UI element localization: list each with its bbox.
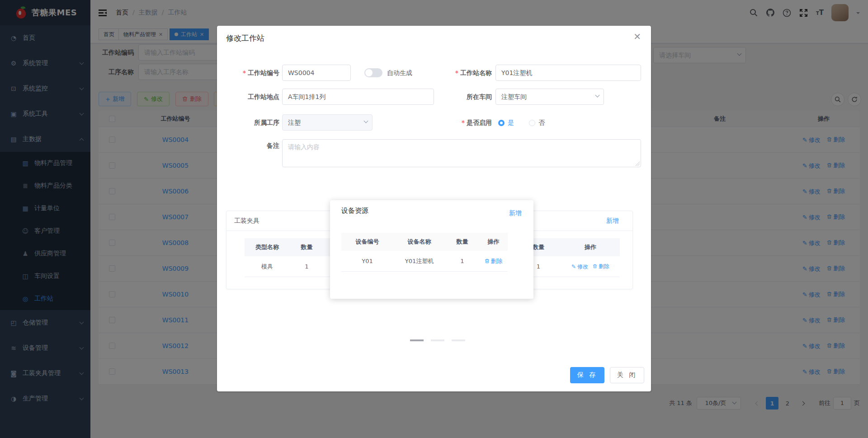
enabled-label: 是否启用	[411, 114, 492, 131]
right-card-delete-link[interactable]: 删除	[593, 263, 609, 270]
col-operation: 操作	[561, 243, 620, 251]
remark-textarea[interactable]: 请输入内容	[282, 139, 641, 167]
fixture-card-title: 工装夹具	[234, 217, 259, 225]
code-input[interactable]: WS0004	[282, 65, 351, 81]
chevron-down-icon	[364, 119, 368, 123]
process-select[interactable]: 注塑	[282, 114, 373, 131]
device-resource-popup: 设备资源 新增 设备编号 设备名称 数量 操作 Y01 Y01注塑机 1 删除	[330, 200, 533, 299]
chevron-down-icon	[595, 93, 600, 98]
trash-icon	[485, 259, 490, 264]
fixture-qty: 1	[290, 263, 324, 270]
location-label: 工作站地点	[217, 89, 279, 105]
col-device-code: 设备编号	[341, 238, 393, 246]
resize-handle[interactable]	[635, 161, 640, 166]
close-button[interactable]: 关 闭	[610, 367, 644, 383]
carousel-indicators	[410, 339, 465, 341]
enabled-yes-radio[interactable]: 是	[498, 119, 514, 127]
auto-generate-label: 自动生成	[387, 68, 412, 77]
code-label: 工作站编号	[217, 65, 279, 81]
device-delete-link[interactable]: 删除	[485, 257, 503, 265]
pencil-icon: ✎	[571, 264, 576, 270]
carousel-dash-3[interactable]	[452, 339, 465, 341]
name-input[interactable]: Y01注塑机	[495, 65, 641, 81]
device-code: Y01	[341, 258, 393, 264]
device-add-link[interactable]: 新增	[509, 209, 522, 217]
col-operation: 操作	[479, 238, 508, 246]
auto-generate-toggle[interactable]	[364, 68, 382, 77]
radio-off-icon	[529, 120, 535, 126]
device-qty: 1	[445, 258, 479, 264]
remark-label: 备注	[217, 137, 279, 154]
name-label: 工作站名称	[411, 65, 492, 81]
workshop-select[interactable]: 注塑车间	[495, 89, 604, 105]
carousel-dash-1[interactable]	[410, 339, 424, 341]
radio-on-icon	[498, 120, 505, 126]
app-root: 苦糖果MES ◔ 首页 ⚙ 系统管理 ⊡ 系统监控 ▣ 系统工具 ▤ 主数据	[0, 0, 868, 438]
device-row: Y01 Y01注塑机 1 删除	[341, 251, 508, 272]
process-label: 所属工序	[217, 114, 279, 131]
trash-icon	[593, 264, 597, 268]
save-button[interactable]: 保 存	[570, 367, 604, 383]
col-device-name: 设备名称	[393, 238, 445, 246]
enabled-no-radio[interactable]: 否	[529, 119, 545, 127]
device-name: Y01注塑机	[393, 257, 445, 265]
dialog-close-icon[interactable]: ✕	[633, 32, 641, 41]
carousel-dash-2[interactable]	[431, 339, 444, 341]
right-card-add-link[interactable]: 新增	[606, 217, 619, 225]
right-card-edit-link[interactable]: ✎修改	[571, 263, 588, 271]
device-popup-title: 设备资源	[341, 207, 368, 215]
dialog-title: 修改工作站	[226, 33, 264, 43]
edit-workstation-dialog: 修改工作站 ✕ 工作站编号 WS0004 自动生成 工作站名称 Y01注塑机 工…	[217, 26, 651, 391]
col-type-name: 类型名称	[245, 243, 290, 251]
col-qty: 数量	[290, 243, 324, 251]
workshop-label: 所在车间	[411, 89, 492, 105]
fixture-type: 模具	[245, 263, 290, 271]
col-qty: 数量	[445, 238, 479, 246]
